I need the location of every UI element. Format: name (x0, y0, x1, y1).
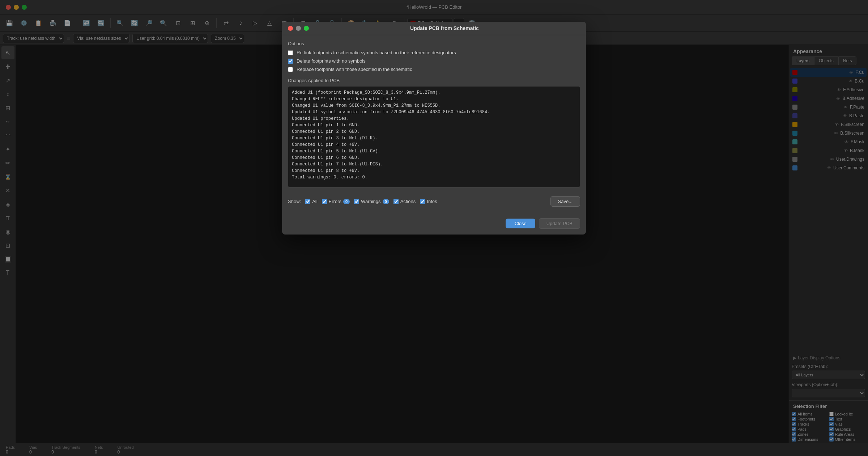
option-replace-checkbox[interactable] (288, 67, 293, 72)
log-line: Total warnings: 0, errors: 0. (292, 174, 576, 181)
show-all-item: All (305, 199, 317, 204)
show-infos-label: Infos (427, 199, 437, 204)
dialog-maximize-button[interactable] (304, 26, 309, 31)
option-row-1: Re-link footprints to schematic symbols … (288, 50, 580, 55)
dialog-body: Options Re-link footprints to schematic … (282, 35, 586, 215)
log-line: Connected U1 pin 8 to +9V. (292, 168, 576, 174)
show-errors-label: Errors (329, 199, 341, 204)
option-delete-label: Delete footprints with no symbols (297, 58, 366, 64)
option-relink-checkbox[interactable] (288, 50, 293, 55)
log-line: Connected U1 pin 7 to Net-(U1-DIS). (292, 161, 576, 168)
log-line: Connected U1 pin 5 to Net-(U1-CV). (292, 148, 576, 155)
save-log-button[interactable]: Save... (550, 196, 580, 207)
show-label: Show: (288, 199, 301, 204)
changes-log[interactable]: Added U1 (footprint Package_SO:SOIC_8_3.… (288, 86, 580, 187)
option-row-3: Replace footprints with those specified … (288, 67, 580, 72)
update-pcb-dialog: Update PCB from Schematic Options Re-lin… (282, 22, 586, 235)
changes-section: Changes Applied to PCB Added U1 (footpri… (288, 78, 580, 187)
show-all-checkbox[interactable] (305, 199, 310, 204)
dialog-overlay: Update PCB from Schematic Options Re-lin… (0, 0, 868, 456)
show-actions-label: Actions (400, 199, 416, 204)
log-line: Connected U1 pin 1 to GND. (292, 122, 576, 128)
dialog-footer: Close Update PCB (282, 215, 586, 235)
dialog-window-controls[interactable] (288, 26, 309, 31)
log-line: Connected U1 pin 6 to GND. (292, 155, 576, 161)
show-actions-item: Actions (393, 199, 416, 204)
changes-title: Changes Applied to PCB (288, 78, 580, 83)
log-line: Changed REF** reference designator to U1… (292, 96, 576, 102)
option-replace-label: Replace footprints with those specified … (297, 67, 412, 72)
show-actions-checkbox[interactable] (393, 199, 399, 204)
options-title: Options (288, 41, 580, 46)
dialog-title: Update PCB from Schematic (309, 25, 580, 31)
show-errors-checkbox[interactable] (322, 199, 327, 204)
warnings-badge: 0 (383, 199, 389, 204)
update-pcb-button[interactable]: Update PCB (539, 218, 580, 229)
log-line: Updated U1 symbol association from to /2… (292, 109, 576, 115)
dialog-minimize-button[interactable] (296, 26, 301, 31)
show-all-label: All (312, 199, 317, 204)
log-line: Connected U1 pin 3 to Net-(D1-K). (292, 135, 576, 142)
show-infos-item: Infos (420, 199, 437, 204)
close-dialog-button[interactable]: Close (506, 219, 535, 228)
show-filter-row: Show: All Errors 0 Warnings 0 Act (288, 193, 580, 210)
log-line: Connected U1 pin 2 to GND. (292, 128, 576, 135)
errors-badge: 0 (343, 199, 350, 204)
dialog-close-button[interactable] (288, 26, 293, 31)
log-line: Added U1 (footprint Package_SO:SOIC_8_3.… (292, 89, 576, 96)
show-warnings-checkbox[interactable] (354, 199, 359, 204)
show-infos-checkbox[interactable] (420, 199, 425, 204)
option-row-2: Delete footprints with no symbols (288, 58, 580, 64)
option-relink-label: Re-link footprints to schematic symbols … (297, 50, 456, 55)
log-line: Updated U1 properties. (292, 115, 576, 122)
dialog-titlebar: Update PCB from Schematic (282, 22, 586, 35)
show-errors-item: Errors 0 (322, 199, 350, 204)
log-line: Changed U1 value from SOIC-8_3.9x4.9mm_P… (292, 102, 576, 109)
show-warnings-item: Warnings 0 (354, 199, 389, 204)
options-section: Options Re-link footprints to schematic … (288, 41, 580, 72)
log-line: Connected U1 pin 4 to +9V. (292, 142, 576, 148)
show-warnings-label: Warnings (361, 199, 380, 204)
option-delete-checkbox[interactable] (288, 59, 293, 64)
